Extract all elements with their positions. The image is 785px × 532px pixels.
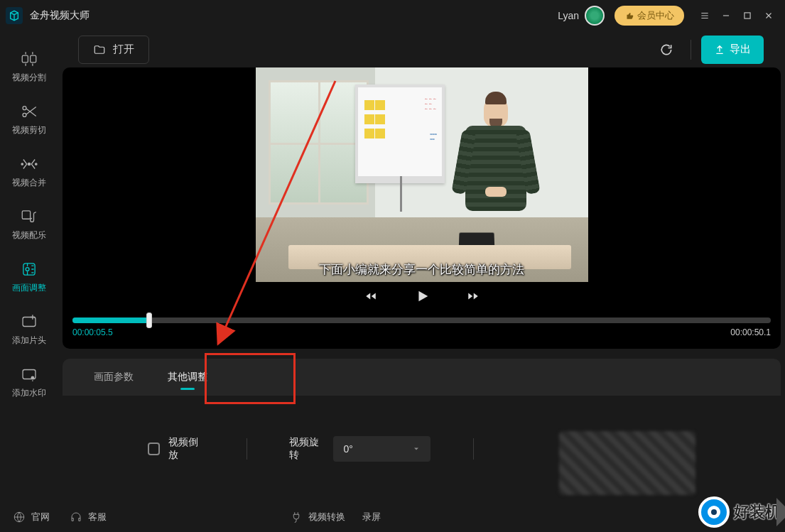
folder-icon <box>93 43 106 56</box>
refresh-icon <box>659 43 673 57</box>
minimize-icon <box>721 11 731 21</box>
watermark-icon <box>698 496 730 528</box>
timeline-thumb[interactable] <box>146 313 152 328</box>
nav-frame-adjust[interactable]: 画面调整 <box>0 249 58 301</box>
separator <box>691 40 691 60</box>
intro-icon <box>20 313 38 331</box>
video-preview[interactable]: ～～～～～～～～ ≈≈≈≈≈ 下面小编就来分享一个比较简单的方法 <box>63 67 781 282</box>
nav-label: 视频分割 <box>12 72 46 84</box>
vip-label: 会员中心 <box>637 9 674 22</box>
user-name[interactable]: Lyan <box>558 10 579 21</box>
play-button[interactable] <box>414 288 430 304</box>
rotate-select[interactable]: 0° <box>333 436 431 462</box>
rewind-button[interactable] <box>364 290 377 303</box>
open-button[interactable]: 打开 <box>78 36 149 64</box>
left-nav: 视频分割 视频剪切 视频合并 视频配乐 画面调整 添加片头 添加水印 <box>0 31 58 502</box>
svg-rect-0 <box>745 13 750 18</box>
footer-label: 录屏 <box>362 511 381 523</box>
nav-label: 视频配乐 <box>12 229 46 241</box>
app-title: 金舟视频大师 <box>30 9 90 22</box>
forward-button[interactable] <box>467 290 480 303</box>
svg-point-13 <box>31 376 34 379</box>
footer-label: 视频转换 <box>308 511 345 523</box>
split-icon <box>20 50 38 68</box>
adjust-icon <box>20 260 38 278</box>
minimize-button[interactable] <box>715 5 737 26</box>
scissors-icon <box>20 102 38 121</box>
player-controls <box>63 282 781 310</box>
maximize-icon <box>742 11 752 21</box>
svg-point-5 <box>28 163 30 165</box>
footer-label: 官网 <box>31 511 50 523</box>
nav-add-watermark[interactable]: 添加水印 <box>0 354 58 406</box>
app-logo-icon <box>6 7 23 24</box>
video-panel: ～～～～～～～～ ≈≈≈≈≈ 下面小编就来分享一个比较简单的方法 <box>63 67 781 349</box>
nav-video-merge[interactable]: 视频合并 <box>0 143 58 196</box>
headset-icon <box>70 511 82 523</box>
svg-rect-8 <box>22 210 30 218</box>
svg-point-7 <box>36 163 37 164</box>
upload-icon <box>714 44 725 55</box>
current-time: 00:00:05.5 <box>72 327 113 337</box>
svg-point-10 <box>26 267 29 271</box>
close-button[interactable] <box>758 5 779 26</box>
nav-video-cut[interactable]: 视频剪切 <box>0 91 58 143</box>
svg-rect-11 <box>23 317 36 326</box>
duration: 00:00:50.1 <box>730 327 771 337</box>
timeline-track[interactable] <box>72 317 771 323</box>
svg-point-4 <box>23 113 26 116</box>
hamburger-icon <box>700 11 710 21</box>
nav-video-music[interactable]: 视频配乐 <box>0 196 58 249</box>
merge-icon <box>20 155 38 173</box>
rotate-value: 0° <box>343 443 352 455</box>
chevron-down-icon <box>412 445 421 453</box>
watermark-icon <box>20 365 38 384</box>
tab-label: 其他调整 <box>168 371 207 384</box>
reverse-checkbox[interactable] <box>148 443 160 455</box>
footer-support[interactable]: 客服 <box>70 511 107 523</box>
timeline: 00:00:05.5 00:00:50.1 <box>63 310 781 349</box>
tabs-bar: 画面参数 其他调整 <box>63 359 781 396</box>
footer-convert[interactable]: 视频转换 <box>290 511 345 523</box>
music-icon <box>20 207 38 226</box>
watermark-logo: 好装机 <box>698 496 781 528</box>
play-icon <box>414 288 430 304</box>
footer-label: 客服 <box>88 511 107 523</box>
title-bar: 金舟视频大师 Lyan 会员中心 <box>0 0 785 31</box>
vip-center-button[interactable]: 会员中心 <box>615 6 684 26</box>
video-frame: ～～～～～～～～ ≈≈≈≈≈ 下面小编就来分享一个比较简单的方法 <box>256 67 588 282</box>
nav-label: 视频合并 <box>12 177 46 189</box>
adjust-panel: 画面参数 其他调整 视频倒放 视频旋转 0° <box>63 359 781 502</box>
timeline-progress <box>72 317 149 323</box>
footer-record[interactable]: 录屏 <box>362 511 381 523</box>
rotate-label: 视频旋转 <box>289 436 325 462</box>
thumbs-up-icon <box>624 11 634 21</box>
user-avatar[interactable] <box>585 6 605 26</box>
nav-label: 添加水印 <box>12 387 46 399</box>
tab-frame-params[interactable]: 画面参数 <box>77 359 151 396</box>
export-button[interactable]: 导出 <box>701 36 764 64</box>
reverse-group: 视频倒放 <box>148 436 204 462</box>
tab-other-adjust[interactable]: 其他调整 <box>151 359 224 396</box>
subtitle-text: 下面小编就来分享一个比较简单的方法 <box>319 261 524 278</box>
refresh-button[interactable] <box>652 36 681 64</box>
forward-icon <box>467 290 480 303</box>
rotate-group: 视频旋转 0° <box>289 436 431 462</box>
nav-add-intro[interactable]: 添加片头 <box>0 301 58 354</box>
reverse-label: 视频倒放 <box>168 436 204 462</box>
maximize-button[interactable] <box>737 5 758 26</box>
nav-video-split[interactable]: 视频分割 <box>0 38 58 91</box>
close-icon <box>764 11 774 21</box>
censored-area <box>559 431 695 495</box>
separator <box>247 438 247 460</box>
menu-button[interactable] <box>694 5 715 26</box>
footer: 官网 客服 视频转换 录屏 <box>0 502 785 532</box>
svg-point-3 <box>23 106 26 109</box>
nav-label: 视频剪切 <box>12 124 46 136</box>
toolbar: 打开 导出 <box>63 31 781 67</box>
globe-icon <box>13 511 26 523</box>
separator <box>473 438 474 460</box>
export-label: 导出 <box>730 43 751 56</box>
footer-website[interactable]: 官网 <box>13 511 50 523</box>
nav-label: 画面调整 <box>12 282 46 294</box>
